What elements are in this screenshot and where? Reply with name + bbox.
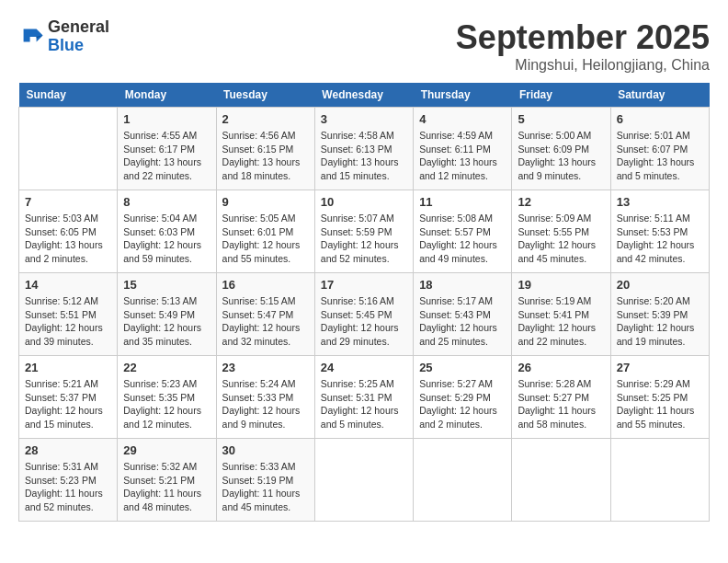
day-info: Sunrise: 5:15 AM Sunset: 5:47 PM Dayligh… bbox=[222, 294, 309, 349]
day-info: Sunrise: 4:59 AM Sunset: 6:11 PM Dayligh… bbox=[419, 129, 506, 183]
day-cell: 22Sunrise: 5:23 AM Sunset: 5:35 PM Dayli… bbox=[118, 356, 216, 439]
day-info: Sunrise: 5:16 AM Sunset: 5:45 PM Dayligh… bbox=[321, 294, 407, 349]
day-number: 14 bbox=[25, 278, 111, 292]
day-info: Sunrise: 5:32 AM Sunset: 5:21 PM Dayligh… bbox=[123, 460, 210, 514]
day-number: 9 bbox=[222, 195, 309, 209]
day-number: 19 bbox=[518, 278, 604, 292]
day-info: Sunrise: 5:03 AM Sunset: 6:05 PM Dayligh… bbox=[25, 212, 111, 266]
day-info: Sunrise: 5:29 AM Sunset: 5:25 PM Dayligh… bbox=[617, 377, 703, 431]
day-cell: 7Sunrise: 5:03 AM Sunset: 6:05 PM Daylig… bbox=[19, 190, 118, 273]
week-row-1: 1Sunrise: 4:55 AM Sunset: 6:17 PM Daylig… bbox=[19, 108, 710, 190]
day-number: 4 bbox=[419, 112, 506, 126]
day-cell: 30Sunrise: 5:33 AM Sunset: 5:19 PM Dayli… bbox=[216, 439, 314, 522]
day-number: 11 bbox=[419, 195, 506, 209]
logo-line2: Blue bbox=[48, 37, 109, 55]
day-cell: 12Sunrise: 5:09 AM Sunset: 5:55 PM Dayli… bbox=[512, 190, 610, 273]
day-cell bbox=[19, 108, 118, 190]
day-cell: 23Sunrise: 5:24 AM Sunset: 5:33 PM Dayli… bbox=[216, 356, 314, 439]
month-title: September 2025 bbox=[456, 18, 710, 57]
weekday-header-sunday: Sunday bbox=[19, 83, 118, 108]
day-cell: 1Sunrise: 4:55 AM Sunset: 6:17 PM Daylig… bbox=[118, 108, 216, 190]
day-number: 26 bbox=[518, 361, 604, 374]
day-cell: 3Sunrise: 4:58 AM Sunset: 6:13 PM Daylig… bbox=[314, 108, 413, 190]
week-row-5: 28Sunrise: 5:31 AM Sunset: 5:23 PM Dayli… bbox=[19, 439, 710, 522]
day-number: 7 bbox=[25, 195, 111, 209]
day-number: 12 bbox=[518, 195, 604, 209]
day-cell: 15Sunrise: 5:13 AM Sunset: 5:49 PM Dayli… bbox=[118, 273, 216, 356]
day-number: 25 bbox=[419, 361, 506, 374]
day-cell: 10Sunrise: 5:07 AM Sunset: 5:59 PM Dayli… bbox=[314, 190, 413, 273]
week-row-2: 7Sunrise: 5:03 AM Sunset: 6:05 PM Daylig… bbox=[19, 190, 710, 273]
day-number: 20 bbox=[617, 278, 703, 292]
day-number: 15 bbox=[123, 278, 210, 292]
day-info: Sunrise: 5:28 AM Sunset: 5:27 PM Dayligh… bbox=[518, 377, 604, 431]
logo-line1: General bbox=[48, 18, 109, 37]
day-cell: 14Sunrise: 5:12 AM Sunset: 5:51 PM Dayli… bbox=[19, 273, 118, 356]
day-cell: 20Sunrise: 5:20 AM Sunset: 5:39 PM Dayli… bbox=[610, 273, 709, 356]
day-info: Sunrise: 4:56 AM Sunset: 6:15 PM Dayligh… bbox=[222, 129, 309, 183]
day-number: 23 bbox=[222, 361, 309, 374]
day-number: 24 bbox=[321, 361, 407, 374]
day-cell: 4Sunrise: 4:59 AM Sunset: 6:11 PM Daylig… bbox=[414, 108, 512, 190]
calendar-table: SundayMondayTuesdayWednesdayThursdayFrid… bbox=[18, 83, 710, 522]
day-cell: 8Sunrise: 5:04 AM Sunset: 6:03 PM Daylig… bbox=[118, 190, 216, 273]
day-number: 16 bbox=[222, 278, 309, 292]
day-info: Sunrise: 5:01 AM Sunset: 6:07 PM Dayligh… bbox=[617, 129, 703, 183]
day-cell: 16Sunrise: 5:15 AM Sunset: 5:47 PM Dayli… bbox=[216, 273, 314, 356]
day-info: Sunrise: 5:04 AM Sunset: 6:03 PM Dayligh… bbox=[123, 212, 210, 266]
day-cell: 21Sunrise: 5:21 AM Sunset: 5:37 PM Dayli… bbox=[19, 356, 118, 439]
day-info: Sunrise: 5:27 AM Sunset: 5:29 PM Dayligh… bbox=[419, 377, 506, 431]
day-number: 5 bbox=[518, 112, 604, 126]
day-info: Sunrise: 5:23 AM Sunset: 5:35 PM Dayligh… bbox=[123, 377, 210, 431]
logo: General Blue bbox=[18, 18, 109, 55]
day-info: Sunrise: 4:58 AM Sunset: 6:13 PM Dayligh… bbox=[321, 129, 407, 183]
day-number: 21 bbox=[25, 361, 111, 374]
day-cell: 25Sunrise: 5:27 AM Sunset: 5:29 PM Dayli… bbox=[414, 356, 512, 439]
weekday-header-friday: Friday bbox=[512, 83, 610, 108]
weekday-header-tuesday: Tuesday bbox=[216, 83, 314, 108]
day-cell: 26Sunrise: 5:28 AM Sunset: 5:27 PM Dayli… bbox=[512, 356, 610, 439]
day-cell bbox=[610, 439, 709, 522]
day-info: Sunrise: 5:12 AM Sunset: 5:51 PM Dayligh… bbox=[25, 294, 111, 349]
day-info: Sunrise: 5:33 AM Sunset: 5:19 PM Dayligh… bbox=[222, 460, 309, 514]
day-number: 27 bbox=[617, 361, 703, 374]
day-info: Sunrise: 5:24 AM Sunset: 5:33 PM Dayligh… bbox=[222, 377, 309, 431]
day-info: Sunrise: 5:09 AM Sunset: 5:55 PM Dayligh… bbox=[518, 212, 604, 266]
svg-marker-0 bbox=[24, 29, 43, 41]
day-cell: 6Sunrise: 5:01 AM Sunset: 6:07 PM Daylig… bbox=[610, 108, 709, 190]
day-info: Sunrise: 5:21 AM Sunset: 5:37 PM Dayligh… bbox=[25, 377, 111, 431]
week-row-4: 21Sunrise: 5:21 AM Sunset: 5:37 PM Dayli… bbox=[19, 356, 710, 439]
day-info: Sunrise: 5:19 AM Sunset: 5:41 PM Dayligh… bbox=[518, 294, 604, 349]
weekday-header-thursday: Thursday bbox=[414, 83, 512, 108]
day-info: Sunrise: 5:13 AM Sunset: 5:49 PM Dayligh… bbox=[123, 294, 210, 349]
day-info: Sunrise: 4:55 AM Sunset: 6:17 PM Dayligh… bbox=[123, 129, 210, 183]
day-cell: 13Sunrise: 5:11 AM Sunset: 5:53 PM Dayli… bbox=[610, 190, 709, 273]
location-subtitle: Mingshui, Heilongjiang, China bbox=[456, 57, 710, 74]
day-number: 29 bbox=[123, 443, 210, 457]
day-cell: 17Sunrise: 5:16 AM Sunset: 5:45 PM Dayli… bbox=[314, 273, 413, 356]
day-info: Sunrise: 5:17 AM Sunset: 5:43 PM Dayligh… bbox=[419, 294, 506, 349]
weekday-header-saturday: Saturday bbox=[610, 83, 709, 108]
day-number: 30 bbox=[222, 443, 309, 457]
day-cell: 19Sunrise: 5:19 AM Sunset: 5:41 PM Dayli… bbox=[512, 273, 610, 356]
day-info: Sunrise: 5:08 AM Sunset: 5:57 PM Dayligh… bbox=[419, 212, 506, 266]
weekday-header-wednesday: Wednesday bbox=[314, 83, 413, 108]
day-cell: 11Sunrise: 5:08 AM Sunset: 5:57 PM Dayli… bbox=[414, 190, 512, 273]
day-number: 22 bbox=[123, 361, 210, 374]
day-cell: 18Sunrise: 5:17 AM Sunset: 5:43 PM Dayli… bbox=[414, 273, 512, 356]
day-cell: 2Sunrise: 4:56 AM Sunset: 6:15 PM Daylig… bbox=[216, 108, 314, 190]
day-number: 28 bbox=[25, 443, 111, 457]
day-cell: 9Sunrise: 5:05 AM Sunset: 6:01 PM Daylig… bbox=[216, 190, 314, 273]
day-info: Sunrise: 5:31 AM Sunset: 5:23 PM Dayligh… bbox=[25, 460, 111, 514]
day-number: 3 bbox=[321, 112, 407, 126]
weekday-header-monday: Monday bbox=[118, 83, 216, 108]
day-number: 17 bbox=[321, 278, 407, 292]
day-cell bbox=[512, 439, 610, 522]
title-area: September 2025 Mingshui, Heilongjiang, C… bbox=[456, 18, 710, 74]
day-number: 18 bbox=[419, 278, 506, 292]
day-info: Sunrise: 5:05 AM Sunset: 6:01 PM Dayligh… bbox=[222, 212, 309, 266]
header: General Blue September 2025 Mingshui, He… bbox=[18, 18, 710, 74]
day-info: Sunrise: 5:20 AM Sunset: 5:39 PM Dayligh… bbox=[617, 294, 703, 349]
day-cell bbox=[314, 439, 413, 522]
day-number: 2 bbox=[222, 112, 309, 126]
